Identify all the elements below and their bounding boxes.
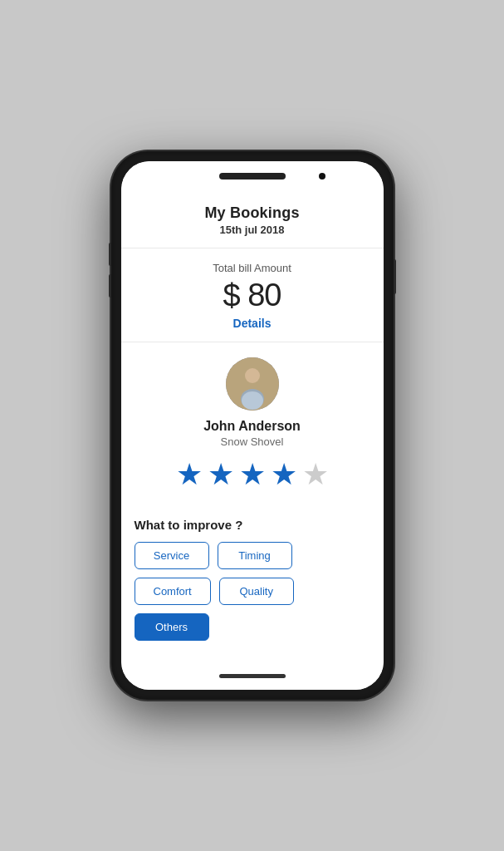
star-2[interactable]: ★ bbox=[208, 460, 234, 489]
star-5[interactable]: ★ bbox=[302, 460, 329, 489]
tag-service[interactable]: Service bbox=[135, 542, 209, 569]
improve-title: What to improve ? bbox=[135, 518, 370, 532]
bill-label: Total bill Amount bbox=[138, 262, 367, 274]
improve-section: What to improve ? Service Timing Comfort… bbox=[121, 518, 384, 657]
tag-others[interactable]: Others bbox=[135, 613, 209, 641]
bill-section: Total bill Amount $ 80 Details bbox=[121, 248, 384, 342]
bill-amount: $ 80 bbox=[138, 278, 367, 313]
improve-tags: Service Timing Comfort Quality Others bbox=[135, 542, 370, 641]
star-3[interactable]: ★ bbox=[239, 460, 266, 489]
header-section: My Bookings 15th jul 2018 bbox=[121, 191, 384, 248]
power-button bbox=[394, 259, 396, 294]
booking-date: 15th jul 2018 bbox=[138, 224, 367, 236]
provider-service: Snow Shovel bbox=[138, 435, 367, 448]
volume-down-button bbox=[109, 274, 111, 298]
phone-frame: My Bookings 15th jul 2018 Total bill Amo… bbox=[111, 151, 394, 700]
star-4[interactable]: ★ bbox=[271, 460, 297, 489]
rating-stars[interactable]: ★ ★ ★ ★ ★ bbox=[138, 460, 367, 489]
phone-screen: My Bookings 15th jul 2018 Total bill Amo… bbox=[121, 161, 384, 690]
tag-comfort[interactable]: Comfort bbox=[135, 578, 211, 605]
tag-timing[interactable]: Timing bbox=[218, 542, 292, 569]
app-content: My Bookings 15th jul 2018 Total bill Amo… bbox=[121, 161, 384, 690]
home-indicator bbox=[219, 674, 286, 678]
svg-point-3 bbox=[245, 368, 260, 383]
avatar bbox=[226, 357, 279, 411]
tag-quality[interactable]: Quality bbox=[219, 578, 294, 605]
camera bbox=[319, 173, 325, 180]
page-title: My Bookings bbox=[138, 204, 367, 222]
volume-up-button bbox=[109, 243, 111, 266]
speaker bbox=[219, 173, 286, 180]
star-1[interactable]: ★ bbox=[176, 460, 203, 489]
provider-section: John Anderson Snow Shovel ★ ★ ★ ★ ★ bbox=[121, 342, 384, 518]
details-link[interactable]: Details bbox=[138, 317, 367, 330]
provider-name: John Anderson bbox=[138, 419, 367, 434]
svg-point-5 bbox=[242, 391, 263, 410]
avatar-image bbox=[226, 357, 279, 411]
